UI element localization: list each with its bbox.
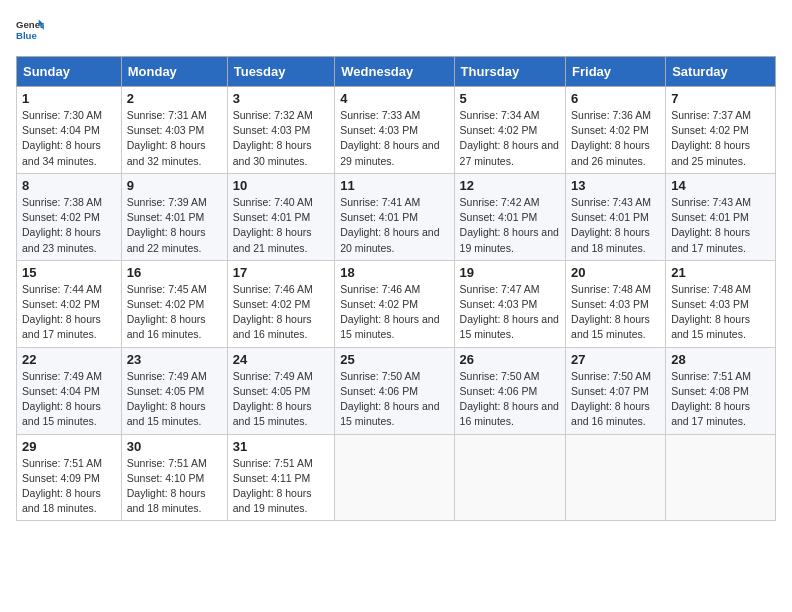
day-number: 20: [571, 265, 660, 280]
day-number: 6: [571, 91, 660, 106]
calendar-day-cell: 10 Sunrise: 7:40 AM Sunset: 4:01 PM Dayl…: [227, 173, 335, 260]
calendar-day-cell: 2 Sunrise: 7:31 AM Sunset: 4:03 PM Dayli…: [121, 87, 227, 174]
day-number: 11: [340, 178, 448, 193]
day-detail: Sunrise: 7:41 AM Sunset: 4:01 PM Dayligh…: [340, 195, 448, 256]
day-detail: Sunrise: 7:48 AM Sunset: 4:03 PM Dayligh…: [571, 282, 660, 343]
calendar-day-cell: [566, 434, 666, 521]
day-detail: Sunrise: 7:33 AM Sunset: 4:03 PM Dayligh…: [340, 108, 448, 169]
calendar-day-cell: 22 Sunrise: 7:49 AM Sunset: 4:04 PM Dayl…: [17, 347, 122, 434]
calendar-day-cell: 31 Sunrise: 7:51 AM Sunset: 4:11 PM Dayl…: [227, 434, 335, 521]
day-number: 13: [571, 178, 660, 193]
day-number: 18: [340, 265, 448, 280]
day-number: 23: [127, 352, 222, 367]
day-detail: Sunrise: 7:49 AM Sunset: 4:05 PM Dayligh…: [233, 369, 330, 430]
day-detail: Sunrise: 7:36 AM Sunset: 4:02 PM Dayligh…: [571, 108, 660, 169]
calendar-day-cell: 19 Sunrise: 7:47 AM Sunset: 4:03 PM Dayl…: [454, 260, 565, 347]
svg-text:Blue: Blue: [16, 30, 37, 41]
calendar-day-cell: 1 Sunrise: 7:30 AM Sunset: 4:04 PM Dayli…: [17, 87, 122, 174]
calendar-day-cell: 12 Sunrise: 7:42 AM Sunset: 4:01 PM Dayl…: [454, 173, 565, 260]
calendar-day-cell: 7 Sunrise: 7:37 AM Sunset: 4:02 PM Dayli…: [666, 87, 776, 174]
calendar-day-cell: 28 Sunrise: 7:51 AM Sunset: 4:08 PM Dayl…: [666, 347, 776, 434]
calendar-day-cell: [454, 434, 565, 521]
calendar-day-cell: 4 Sunrise: 7:33 AM Sunset: 4:03 PM Dayli…: [335, 87, 454, 174]
day-number: 25: [340, 352, 448, 367]
day-detail: Sunrise: 7:39 AM Sunset: 4:01 PM Dayligh…: [127, 195, 222, 256]
calendar-day-cell: 17 Sunrise: 7:46 AM Sunset: 4:02 PM Dayl…: [227, 260, 335, 347]
day-detail: Sunrise: 7:31 AM Sunset: 4:03 PM Dayligh…: [127, 108, 222, 169]
calendar-header-cell: Tuesday: [227, 57, 335, 87]
day-number: 21: [671, 265, 770, 280]
day-number: 19: [460, 265, 560, 280]
logo-icon: General Blue: [16, 16, 44, 44]
calendar-day-cell: 27 Sunrise: 7:50 AM Sunset: 4:07 PM Dayl…: [566, 347, 666, 434]
day-number: 10: [233, 178, 330, 193]
calendar-day-cell: 24 Sunrise: 7:49 AM Sunset: 4:05 PM Dayl…: [227, 347, 335, 434]
calendar-day-cell: 16 Sunrise: 7:45 AM Sunset: 4:02 PM Dayl…: [121, 260, 227, 347]
day-detail: Sunrise: 7:51 AM Sunset: 4:09 PM Dayligh…: [22, 456, 116, 517]
day-number: 30: [127, 439, 222, 454]
calendar-header-cell: Saturday: [666, 57, 776, 87]
day-detail: Sunrise: 7:32 AM Sunset: 4:03 PM Dayligh…: [233, 108, 330, 169]
day-number: 14: [671, 178, 770, 193]
day-detail: Sunrise: 7:49 AM Sunset: 4:05 PM Dayligh…: [127, 369, 222, 430]
calendar-day-cell: 29 Sunrise: 7:51 AM Sunset: 4:09 PM Dayl…: [17, 434, 122, 521]
calendar-header-cell: Monday: [121, 57, 227, 87]
calendar-day-cell: 23 Sunrise: 7:49 AM Sunset: 4:05 PM Dayl…: [121, 347, 227, 434]
calendar-day-cell: 20 Sunrise: 7:48 AM Sunset: 4:03 PM Dayl…: [566, 260, 666, 347]
day-number: 12: [460, 178, 560, 193]
day-detail: Sunrise: 7:51 AM Sunset: 4:10 PM Dayligh…: [127, 456, 222, 517]
calendar-day-cell: [335, 434, 454, 521]
calendar-table: SundayMondayTuesdayWednesdayThursdayFrid…: [16, 56, 776, 521]
calendar-week-row: 8 Sunrise: 7:38 AM Sunset: 4:02 PM Dayli…: [17, 173, 776, 260]
day-number: 8: [22, 178, 116, 193]
calendar-header-cell: Thursday: [454, 57, 565, 87]
calendar-day-cell: [666, 434, 776, 521]
day-detail: Sunrise: 7:43 AM Sunset: 4:01 PM Dayligh…: [671, 195, 770, 256]
day-number: 29: [22, 439, 116, 454]
day-number: 22: [22, 352, 116, 367]
day-detail: Sunrise: 7:30 AM Sunset: 4:04 PM Dayligh…: [22, 108, 116, 169]
day-detail: Sunrise: 7:34 AM Sunset: 4:02 PM Dayligh…: [460, 108, 560, 169]
day-detail: Sunrise: 7:51 AM Sunset: 4:08 PM Dayligh…: [671, 369, 770, 430]
calendar-header-cell: Friday: [566, 57, 666, 87]
calendar-header-row: SundayMondayTuesdayWednesdayThursdayFrid…: [17, 57, 776, 87]
calendar-day-cell: 3 Sunrise: 7:32 AM Sunset: 4:03 PM Dayli…: [227, 87, 335, 174]
page-header: General Blue: [16, 16, 776, 44]
day-detail: Sunrise: 7:46 AM Sunset: 4:02 PM Dayligh…: [340, 282, 448, 343]
day-detail: Sunrise: 7:48 AM Sunset: 4:03 PM Dayligh…: [671, 282, 770, 343]
calendar-day-cell: 13 Sunrise: 7:43 AM Sunset: 4:01 PM Dayl…: [566, 173, 666, 260]
logo: General Blue: [16, 16, 48, 44]
day-detail: Sunrise: 7:49 AM Sunset: 4:04 PM Dayligh…: [22, 369, 116, 430]
calendar-day-cell: 9 Sunrise: 7:39 AM Sunset: 4:01 PM Dayli…: [121, 173, 227, 260]
day-number: 7: [671, 91, 770, 106]
day-number: 9: [127, 178, 222, 193]
calendar-day-cell: 6 Sunrise: 7:36 AM Sunset: 4:02 PM Dayli…: [566, 87, 666, 174]
day-detail: Sunrise: 7:43 AM Sunset: 4:01 PM Dayligh…: [571, 195, 660, 256]
calendar-day-cell: 25 Sunrise: 7:50 AM Sunset: 4:06 PM Dayl…: [335, 347, 454, 434]
day-detail: Sunrise: 7:42 AM Sunset: 4:01 PM Dayligh…: [460, 195, 560, 256]
day-detail: Sunrise: 7:37 AM Sunset: 4:02 PM Dayligh…: [671, 108, 770, 169]
calendar-day-cell: 21 Sunrise: 7:48 AM Sunset: 4:03 PM Dayl…: [666, 260, 776, 347]
calendar-day-cell: 14 Sunrise: 7:43 AM Sunset: 4:01 PM Dayl…: [666, 173, 776, 260]
calendar-week-row: 29 Sunrise: 7:51 AM Sunset: 4:09 PM Dayl…: [17, 434, 776, 521]
day-number: 15: [22, 265, 116, 280]
day-number: 27: [571, 352, 660, 367]
calendar-body: 1 Sunrise: 7:30 AM Sunset: 4:04 PM Dayli…: [17, 87, 776, 521]
calendar-week-row: 22 Sunrise: 7:49 AM Sunset: 4:04 PM Dayl…: [17, 347, 776, 434]
day-detail: Sunrise: 7:47 AM Sunset: 4:03 PM Dayligh…: [460, 282, 560, 343]
day-detail: Sunrise: 7:40 AM Sunset: 4:01 PM Dayligh…: [233, 195, 330, 256]
day-detail: Sunrise: 7:50 AM Sunset: 4:06 PM Dayligh…: [460, 369, 560, 430]
calendar-day-cell: 30 Sunrise: 7:51 AM Sunset: 4:10 PM Dayl…: [121, 434, 227, 521]
calendar-week-row: 1 Sunrise: 7:30 AM Sunset: 4:04 PM Dayli…: [17, 87, 776, 174]
calendar-header-cell: Sunday: [17, 57, 122, 87]
day-number: 2: [127, 91, 222, 106]
calendar-day-cell: 11 Sunrise: 7:41 AM Sunset: 4:01 PM Dayl…: [335, 173, 454, 260]
day-detail: Sunrise: 7:50 AM Sunset: 4:06 PM Dayligh…: [340, 369, 448, 430]
calendar-day-cell: 8 Sunrise: 7:38 AM Sunset: 4:02 PM Dayli…: [17, 173, 122, 260]
day-detail: Sunrise: 7:50 AM Sunset: 4:07 PM Dayligh…: [571, 369, 660, 430]
day-number: 4: [340, 91, 448, 106]
day-number: 28: [671, 352, 770, 367]
day-number: 3: [233, 91, 330, 106]
day-number: 5: [460, 91, 560, 106]
calendar-day-cell: 5 Sunrise: 7:34 AM Sunset: 4:02 PM Dayli…: [454, 87, 565, 174]
